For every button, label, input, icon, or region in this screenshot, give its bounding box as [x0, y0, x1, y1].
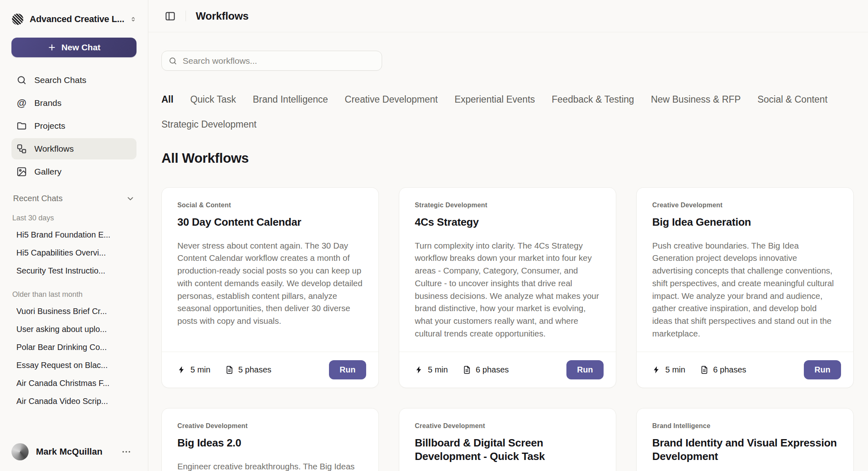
card-description: Engineer creative breakthroughs. The Big…	[177, 460, 363, 471]
content: All Quick Task Brand Intelligence Creati…	[148, 32, 868, 471]
tab-quick-task[interactable]: Quick Task	[190, 94, 236, 105]
tab-experiential-events[interactable]: Experiential Events	[454, 94, 535, 105]
duration-meta: 5 min	[177, 365, 210, 375]
duration-label: 5 min	[428, 365, 448, 375]
file-text-icon	[700, 366, 709, 374]
chat-list-item[interactable]: Air Canada Video Scrip...	[11, 392, 136, 410]
card-category: Social & Content	[177, 202, 363, 209]
workspace-name: Advanced Creative L...	[29, 14, 124, 25]
tab-all[interactable]: All	[161, 94, 173, 105]
folder-icon	[16, 121, 27, 131]
sidebar-item-label: Brands	[34, 98, 62, 108]
category-tabs: All Quick Task Brand Intelligence Creati…	[161, 94, 854, 130]
chat-list-item[interactable]: Hi5 Capabilities Overvi...	[11, 244, 136, 262]
workflow-card[interactable]: Brand Intelligence Brand Identity and Vi…	[636, 408, 854, 471]
user-profile[interactable]: Mark McQuillan	[11, 440, 136, 464]
card-category: Creative Development	[177, 422, 363, 430]
card-description: Push creative boundaries. The Big Idea G…	[652, 240, 838, 340]
card-body: Creative Development Billboard & Digital…	[399, 408, 616, 471]
card-body: Creative Development Big Ideas 2.0 Engin…	[162, 408, 378, 471]
tab-creative-development[interactable]: Creative Development	[345, 94, 438, 105]
duration-meta: 5 min	[415, 365, 448, 375]
card-title: Big Idea Generation	[652, 215, 838, 229]
card-category: Strategic Development	[415, 202, 600, 209]
section-title: All Workflows	[161, 150, 854, 166]
profile-name: Mark McQuillan	[36, 446, 103, 457]
sidebar-item-workflows[interactable]: Workflows	[11, 138, 136, 159]
page-title: Workflows	[196, 10, 248, 22]
card-body: Brand Intelligence Brand Identity and Vi…	[637, 408, 853, 471]
card-title: 30 Day Content Calendar	[177, 215, 363, 229]
sidebar: Advanced Creative L... New Chat Search C…	[0, 0, 148, 471]
phases-meta: 6 phases	[463, 365, 509, 375]
run-button[interactable]: Run	[804, 360, 841, 379]
topbar: Workflows	[148, 0, 868, 32]
lightning-icon	[652, 366, 661, 374]
sidebar-item-gallery[interactable]: Gallery	[11, 161, 136, 182]
duration-label: 5 min	[190, 365, 210, 375]
chat-list-item[interactable]: Essay Request on Blac...	[11, 356, 136, 374]
topbar-divider	[186, 11, 186, 21]
recent-chats-toggle[interactable]: Recent Chats	[11, 194, 136, 203]
sidebar-item-label: Search Chats	[34, 75, 86, 85]
card-description: Turn complexity into clarity. The 4Cs St…	[415, 240, 600, 340]
chat-section-label: Last 30 days	[12, 214, 136, 222]
lightning-icon	[177, 366, 186, 374]
workflow-card[interactable]: Creative Development Big Ideas 2.0 Engin…	[161, 408, 379, 471]
new-chat-button[interactable]: New Chat	[11, 38, 136, 57]
tab-strategic-development[interactable]: Strategic Development	[161, 119, 257, 130]
search-input[interactable]	[183, 56, 375, 66]
avatar	[11, 443, 29, 460]
sidebar-item-label: Workflows	[34, 144, 74, 154]
tab-feedback-testing[interactable]: Feedback & Testing	[552, 94, 634, 105]
workflow-search[interactable]	[161, 51, 382, 71]
chat-list-item[interactable]: Hi5 Brand Foundation E...	[11, 226, 136, 244]
plus-icon	[47, 43, 56, 52]
workflow-card[interactable]: Creative Development Billboard & Digital…	[399, 408, 616, 471]
chat-section-label: Older than last month	[12, 290, 136, 299]
card-body: Creative Development Big Idea Generation…	[637, 188, 853, 352]
phases-label: 6 phases	[713, 365, 746, 375]
at-sign-icon: @	[16, 98, 27, 108]
workspace-switcher[interactable]: Advanced Creative L...	[11, 11, 136, 28]
sidebar-item-search-chats[interactable]: Search Chats	[11, 70, 136, 91]
card-footer: 5 min 6 phases Run	[399, 352, 616, 388]
tab-social-content[interactable]: Social & Content	[757, 94, 827, 105]
sidebar-item-label: Gallery	[34, 167, 62, 177]
card-footer: 5 min 6 phases Run	[637, 352, 853, 388]
card-title: 4Cs Strategy	[415, 215, 600, 229]
card-footer: 5 min 5 phases Run	[162, 352, 378, 388]
workspace-logo-icon	[11, 11, 24, 28]
chat-list-item[interactable]: Air Canada Christmas F...	[11, 374, 136, 392]
file-text-icon	[225, 366, 234, 374]
lightning-icon	[415, 366, 423, 374]
card-body: Social & Content 30 Day Content Calendar…	[162, 188, 378, 352]
card-title: Big Ideas 2.0	[177, 436, 363, 450]
card-category: Creative Development	[415, 422, 600, 430]
sidebar-item-projects[interactable]: Projects	[11, 115, 136, 137]
chat-list-item[interactable]: Vuori Business Brief Cr...	[11, 302, 136, 320]
ellipsis-icon[interactable]	[121, 446, 132, 457]
chat-list-item[interactable]: Polar Bear Drinking Co...	[11, 338, 136, 356]
card-category: Brand Intelligence	[652, 422, 838, 430]
tab-brand-intelligence[interactable]: Brand Intelligence	[253, 94, 328, 105]
chevron-up-down-icon	[130, 15, 136, 24]
run-button[interactable]: Run	[329, 360, 366, 379]
search-icon	[16, 75, 27, 85]
duration-meta: 5 min	[652, 365, 685, 375]
chat-list-item[interactable]: Security Test Instructio...	[11, 262, 136, 280]
workflow-icon	[16, 144, 27, 154]
phases-meta: 5 phases	[225, 365, 271, 375]
card-description: Never stress about content again. The 30…	[177, 240, 363, 327]
sidebar-item-brands[interactable]: @ Brands	[11, 92, 136, 114]
workflow-card[interactable]: Social & Content 30 Day Content Calendar…	[161, 187, 379, 388]
new-chat-label: New Chat	[61, 43, 101, 52]
file-text-icon	[463, 366, 471, 374]
workflow-card[interactable]: Strategic Development 4Cs Strategy Turn …	[399, 187, 616, 388]
run-button[interactable]: Run	[566, 360, 604, 379]
chat-list-item[interactable]: User asking about uplo...	[11, 320, 136, 338]
phases-meta: 6 phases	[700, 365, 746, 375]
tab-new-business-rfp[interactable]: New Business & RFP	[651, 94, 741, 105]
workflow-card[interactable]: Creative Development Big Idea Generation…	[636, 187, 854, 388]
panel-left-icon[interactable]	[165, 11, 176, 22]
